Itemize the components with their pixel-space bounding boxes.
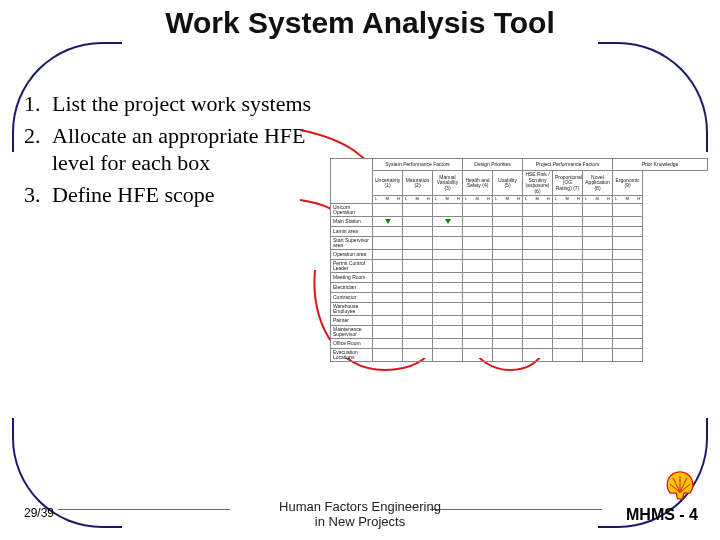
matrix-cell [523, 260, 553, 273]
matrix-cell [583, 273, 613, 283]
matrix-cell [493, 293, 523, 303]
matrix-cell [373, 204, 403, 217]
scale-cell: LMH [403, 196, 433, 204]
sub-header-row: Uncertainty (1)Maturation (2)Manual Vari… [331, 171, 708, 196]
row-label: Warehouse Employee [331, 303, 373, 316]
step-item: Allocate an appropriate HFE level for ea… [24, 122, 324, 177]
scale-cell: LMH [553, 196, 583, 204]
matrix-cell [433, 250, 463, 260]
matrix-cell [523, 227, 553, 237]
matrix-cell [553, 217, 583, 227]
step-text: Allocate an appropriate HFE level for ea… [52, 122, 324, 177]
matrix-cell [583, 293, 613, 303]
matrix-cell [523, 217, 553, 227]
matrix-cell [523, 339, 553, 349]
matrix-cell [493, 273, 523, 283]
page-title: Work System Analysis Tool [0, 6, 720, 40]
shell-logo-icon [664, 470, 696, 502]
matrix-cell [583, 316, 613, 326]
matrix-cell [613, 237, 643, 250]
matrix-cell [403, 293, 433, 303]
matrix-table: System Performance Factors Design Priori… [330, 158, 708, 362]
row-label: Maintenance Supervisor [331, 326, 373, 339]
matrix-cell [433, 326, 463, 339]
matrix-cell [583, 349, 613, 362]
row-label: Operation area [331, 250, 373, 260]
sub-header: Manual Variability (3) [433, 171, 463, 196]
group-header: Design Priorities [463, 159, 523, 171]
matrix-cell [373, 339, 403, 349]
scale-cell: LMH [373, 196, 403, 204]
matrix-cell [553, 227, 583, 237]
matrix-cell [553, 260, 583, 273]
matrix-cell [553, 293, 583, 303]
matrix-cell [583, 237, 613, 250]
table-row: Evacuation Locations [331, 349, 708, 362]
row-label: Evacuation Locations [331, 349, 373, 362]
matrix-cell [613, 217, 643, 227]
row-label: Start Supervisor area [331, 237, 373, 250]
matrix-cell [523, 349, 553, 362]
matrix-cell [433, 217, 463, 227]
matrix-cell [433, 237, 463, 250]
matrix-cell [403, 273, 433, 283]
matrix-cell [463, 237, 493, 250]
matrix-cell [433, 260, 463, 273]
corner-frame [598, 42, 708, 152]
table-row: Main Station [331, 217, 708, 227]
matrix-cell [373, 227, 403, 237]
matrix-cell [553, 237, 583, 250]
matrix-cell [613, 260, 643, 273]
matrix-cell [403, 316, 433, 326]
matrix-cell [403, 204, 433, 217]
matrix-cell [583, 303, 613, 316]
table-row: Meeting Room [331, 273, 708, 283]
matrix-cell [463, 303, 493, 316]
matrix-cell [373, 237, 403, 250]
table-row: Office Room [331, 339, 708, 349]
matrix-cell [583, 227, 613, 237]
matrix-cell [463, 260, 493, 273]
table-row: Start Supervisor area [331, 237, 708, 250]
matrix-cell [433, 204, 463, 217]
row-label: Office Room [331, 339, 373, 349]
matrix-cell [493, 260, 523, 273]
blank-corner [331, 159, 373, 204]
matrix-cell [373, 283, 403, 293]
matrix-cell [523, 283, 553, 293]
matrix-cell [403, 303, 433, 316]
matrix-cell [493, 227, 523, 237]
matrix-cell [373, 316, 403, 326]
step-item: List the project work systems [24, 90, 324, 118]
matrix-cell [553, 283, 583, 293]
matrix-cell [403, 326, 433, 339]
matrix-cell [493, 303, 523, 316]
table-row: Warehouse Employee [331, 303, 708, 316]
scale-cell: LMH [463, 196, 493, 204]
matrix-cell [553, 273, 583, 283]
footer-line1: Human Factors Engineering [279, 499, 441, 514]
matrix-cell [493, 316, 523, 326]
footer-line2: in New Projects [315, 514, 405, 529]
matrix-cell [463, 349, 493, 362]
slide: Work System Analysis Tool List the proje… [0, 0, 720, 540]
row-label: Meeting Room [331, 273, 373, 283]
table-row: Maintenance Supervisor [331, 326, 708, 339]
row-label: Painter [331, 316, 373, 326]
matrix-cell [463, 217, 493, 227]
matrix-cell [493, 339, 523, 349]
matrix-cell [493, 204, 523, 217]
matrix-cell [583, 217, 613, 227]
matrix-cell [463, 316, 493, 326]
matrix-cell [373, 303, 403, 316]
row-label: Contractor [331, 293, 373, 303]
row-label: Permit Control Leader [331, 260, 373, 273]
matrix-cell [523, 204, 553, 217]
matrix-cell [463, 204, 493, 217]
matrix-cell [463, 227, 493, 237]
table-row: Contractor [331, 293, 708, 303]
row-label: Unicorn Operation [331, 204, 373, 217]
matrix-cell [553, 339, 583, 349]
matrix-cell [433, 293, 463, 303]
matrix-cell [613, 250, 643, 260]
